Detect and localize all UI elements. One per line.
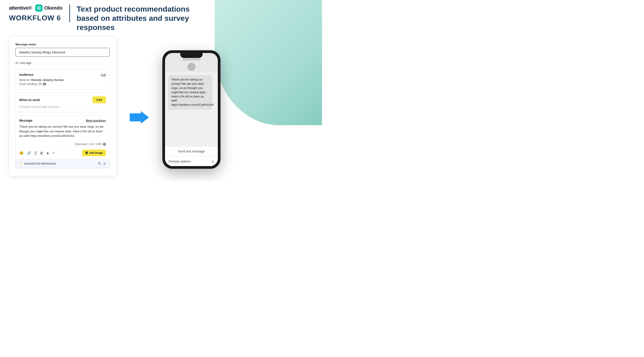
message-section: Message Best practices Thank you for tak… bbox=[16, 115, 110, 168]
phone-avatar-area bbox=[165, 61, 218, 72]
toolbar-icons-group: 😊 🔗 {} ⊞ ▲ + bbox=[19, 151, 55, 155]
message-body-text[interactable]: Thank you for taking our survey! We see … bbox=[16, 124, 110, 141]
smart-sending-row: Smart sending: ON ? bbox=[19, 82, 106, 86]
content-area: Message name 🏷 Add tags Audience Edit Se… bbox=[9, 36, 313, 176]
estimated-bar: Estimated: 134 2 SMS ? bbox=[16, 141, 110, 148]
arrow-container bbox=[130, 89, 149, 124]
message-title: Message bbox=[19, 119, 32, 122]
suggested-messages-bar: ✨ SUGGESTED MESSAGES ↻ ∧ bbox=[16, 159, 110, 168]
audience-header: Audience Edit bbox=[19, 73, 106, 76]
link-icon[interactable]: 🔗 bbox=[27, 151, 31, 155]
upload-icon[interactable]: ▲ bbox=[46, 151, 50, 155]
chevron-down-icon[interactable]: ∨ bbox=[212, 159, 214, 164]
add-tags-button[interactable]: 🏷 Add tags bbox=[16, 61, 110, 64]
emoji-icon[interactable]: 😊 bbox=[19, 151, 24, 155]
add-image-label: Add image bbox=[89, 151, 103, 154]
phone-avatar bbox=[188, 63, 196, 71]
audience-section: Audience Edit Send to: Okendo Jewelry Su… bbox=[16, 69, 110, 90]
more-icon[interactable]: + bbox=[53, 151, 55, 155]
schedule-placeholder-text: Schedule a send date and time bbox=[19, 105, 106, 108]
add-image-button[interactable]: 🖼 Add image bbox=[82, 150, 106, 156]
refresh-icon[interactable]: ↻ bbox=[98, 162, 101, 166]
sms-info-icon[interactable]: ? bbox=[103, 142, 106, 146]
message-toolbar: 😊 🔗 {} ⊞ ▲ + 🖼 Add image bbox=[16, 148, 110, 159]
phone-messages-area: Thank you for taking our survey! We see … bbox=[165, 72, 218, 146]
workflow-badge: WORKFLOW 6 bbox=[9, 14, 62, 22]
collapse-icon[interactable]: ∧ bbox=[103, 162, 106, 166]
phone-notch bbox=[180, 53, 202, 58]
message-name-group: Message name bbox=[16, 43, 110, 56]
preview-options-label: Preview options bbox=[168, 160, 191, 163]
attentive-logo: attentive® bbox=[9, 5, 32, 11]
okendo-logo: Okendo bbox=[35, 4, 62, 12]
sparkle-icon: ✨ bbox=[20, 162, 23, 165]
when-to-send-section: When to send Add Schedule a send date an… bbox=[16, 92, 110, 112]
smart-sending-text: Smart sending: ON bbox=[19, 82, 42, 86]
okendo-icon bbox=[35, 4, 42, 12]
message-name-input[interactable] bbox=[16, 48, 110, 56]
preview-options-row: Preview options ∨ bbox=[165, 156, 218, 166]
page-header: attentive® Okendo WORKFLOW 6 Text produc… bbox=[9, 4, 313, 32]
when-to-send-header: When to send Add bbox=[19, 96, 106, 103]
brand-area: attentive® Okendo WORKFLOW 6 bbox=[9, 4, 70, 22]
best-practices-link[interactable]: Best practices bbox=[86, 119, 106, 122]
sms-count: 2 SMS bbox=[94, 142, 102, 146]
audience-title: Audience bbox=[19, 73, 33, 76]
variable-icon[interactable]: {} bbox=[34, 151, 37, 155]
add-tags-label: Add tags bbox=[20, 61, 31, 64]
suggested-messages-label: ✨ SUGGESTED MESSAGES bbox=[20, 162, 56, 165]
sms-message-bubble: Thank you for taking our survey! We see … bbox=[168, 75, 212, 110]
message-name-label: Message name bbox=[16, 43, 110, 46]
svg-point-1 bbox=[38, 8, 40, 9]
phone-screen: Thank you for taking our survey! We see … bbox=[165, 53, 218, 166]
form-panel: Message name 🏷 Add tags Audience Edit Se… bbox=[9, 36, 116, 176]
page-title: Text product recommendations based on at… bbox=[77, 4, 211, 32]
add-schedule-button[interactable]: Add bbox=[92, 96, 106, 103]
tag-icon: 🏷 bbox=[16, 61, 18, 64]
smart-sending-info-icon[interactable]: ? bbox=[43, 82, 46, 86]
phone-container: Thank you for taking our survey! We see … bbox=[162, 44, 220, 169]
grid-icon[interactable]: ⊞ bbox=[40, 151, 43, 155]
audience-send-to: Send to: Okendo Jewelry Survey bbox=[19, 78, 106, 82]
audience-edit-button[interactable]: Edit bbox=[101, 73, 106, 76]
estimated-count: Estimated: 134 bbox=[75, 142, 93, 146]
send-test-message-button[interactable]: Send test message bbox=[165, 146, 218, 156]
phone-bottom-bar: Send test message Preview options ∨ bbox=[165, 146, 218, 166]
message-header: Message Best practices bbox=[16, 116, 110, 124]
suggested-messages-controls[interactable]: ↻ ∧ bbox=[98, 162, 106, 166]
image-icon: 🖼 bbox=[85, 151, 88, 154]
phone-mockup: Thank you for taking our survey! We see … bbox=[162, 50, 220, 169]
when-to-send-title: When to send bbox=[19, 98, 40, 102]
